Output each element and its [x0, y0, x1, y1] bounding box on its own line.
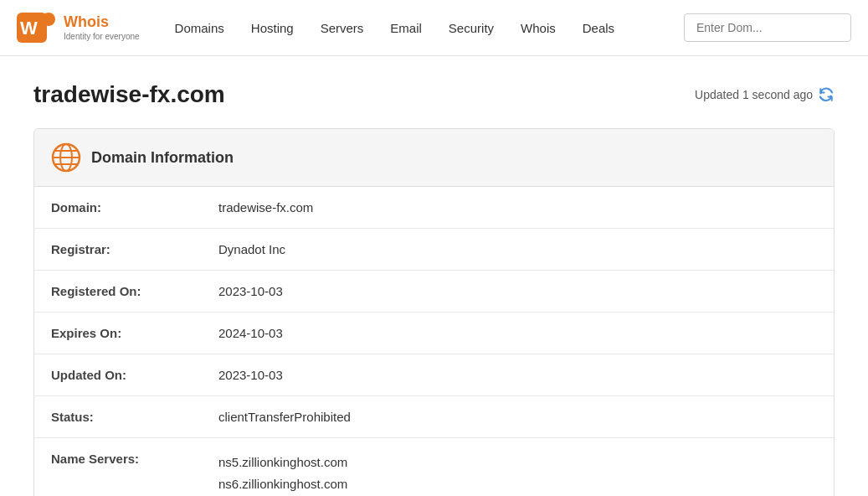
nav-security[interactable]: Security	[439, 18, 504, 39]
row-label: Registrar:	[34, 229, 202, 271]
row-value: 2023-10-03	[202, 354, 834, 396]
row-label: Updated On:	[34, 354, 202, 396]
table-row: Expires On:2024-10-03	[34, 313, 834, 354]
svg-text:W: W	[20, 18, 38, 39]
table-row: Status:clientTransferProhibited	[34, 396, 834, 438]
www-icon	[51, 142, 81, 173]
table-row: Updated On:2023-10-03	[34, 354, 834, 396]
refresh-icon[interactable]	[818, 86, 835, 103]
row-value: Dynadot Inc	[202, 229, 834, 271]
row-label: Name Servers:	[34, 438, 202, 497]
nav-whois[interactable]: Whois	[511, 18, 566, 39]
updated-info: Updated 1 second ago	[695, 86, 835, 103]
logo-link[interactable]: W Whois Identity for everyone	[17, 8, 140, 48]
card-title: Domain Information	[91, 149, 234, 167]
row-label: Expires On:	[34, 313, 202, 354]
table-row: Registrar:Dynadot Inc	[34, 229, 834, 271]
row-value: tradewise-fx.com	[202, 187, 834, 229]
nav-hosting[interactable]: Hosting	[241, 18, 304, 39]
search-input[interactable]	[684, 13, 851, 42]
nav-email[interactable]: Email	[380, 18, 432, 39]
domain-info-table: Domain:tradewise-fx.comRegistrar:Dynadot…	[34, 187, 834, 496]
table-row: Name Servers:ns5.zillionkinghost.comns6.…	[34, 438, 834, 497]
logo-tagline: Identity for everyone	[64, 32, 140, 42]
row-value: clientTransferProhibited	[202, 396, 834, 438]
nav-deals[interactable]: Deals	[573, 18, 624, 39]
updated-text: Updated 1 second ago	[695, 88, 813, 101]
nav-domains[interactable]: Domains	[165, 18, 234, 39]
domain-title: tradewise-fx.com	[33, 81, 225, 108]
row-label: Registered On:	[34, 271, 202, 313]
main-nav: Domains Hosting Servers Email Security W…	[165, 18, 684, 39]
domain-title-row: tradewise-fx.com Updated 1 second ago	[33, 81, 835, 108]
row-label: Domain:	[34, 187, 202, 229]
svg-point-2	[42, 13, 55, 26]
row-value: 2024-10-03	[202, 313, 834, 354]
nav-servers[interactable]: Servers	[311, 18, 374, 39]
row-value: ns5.zillionkinghost.comns6.zillionkingho…	[202, 438, 834, 497]
logo-text: Whois	[64, 13, 140, 32]
domain-info-card: Domain Information Domain:tradewise-fx.c…	[33, 128, 835, 496]
row-label: Status:	[34, 396, 202, 438]
row-value: 2023-10-03	[202, 271, 834, 313]
whois-logo-icon: W	[17, 8, 57, 48]
table-row: Domain:tradewise-fx.com	[34, 187, 834, 229]
table-row: Registered On:2023-10-03	[34, 271, 834, 313]
card-header: Domain Information	[34, 129, 834, 187]
